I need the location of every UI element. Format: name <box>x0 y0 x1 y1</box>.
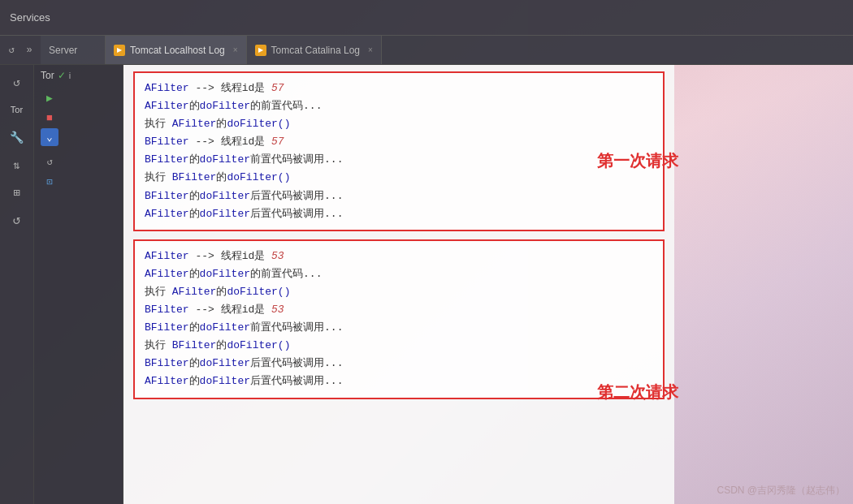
ctrl-row-1: ▶ <box>41 89 116 107</box>
annotation-second-request: 第二次请求 <box>597 381 678 403</box>
annotation-first-request: 第一次请求 <box>597 150 678 172</box>
tab-localhost-log[interactable]: ▶ Tomcat Localhost Log × <box>106 36 247 64</box>
log-line-1-4: BFilter --> 线程id是 57 <box>145 133 653 151</box>
log-line-2-4: BFilter --> 线程id是 53 <box>145 301 653 319</box>
tab-catalina-icon: ▶ <box>255 45 266 56</box>
log-line-2-8: AFilter的doFilter后置代码被调用... <box>145 373 653 390</box>
sidebar-refresh-btn[interactable]: ↺ <box>5 70 29 94</box>
restart-button[interactable]: ↺ <box>41 153 58 170</box>
log-line-1-7: BFilter的doFilter后置代码被调用... <box>145 187 653 205</box>
tor-label: Tor <box>11 105 23 114</box>
sidebar-item-tor[interactable]: Tor <box>5 97 29 122</box>
tab-server-label: Server <box>49 45 77 56</box>
server-name: Tor <box>41 70 54 81</box>
sidebar-refresh2-btn[interactable]: ↺ <box>5 208 29 232</box>
right-bg-area <box>674 65 853 504</box>
log-line-1-3: 执行 AFilter的doFilter() <box>145 115 653 133</box>
tab-controls: ↺ » <box>0 36 41 64</box>
stop-button[interactable]: ■ <box>41 109 58 127</box>
title-bar: Services <box>0 0 853 36</box>
ctrl-row-3: ⌄ <box>41 128 116 146</box>
dropdown-button[interactable]: ⌄ <box>41 128 58 146</box>
watermark: CSDN @吉冈秀隆（赵志伟） <box>717 484 845 498</box>
chevron-right-button[interactable]: » <box>21 42 37 58</box>
refresh-button[interactable]: ↺ <box>3 42 19 58</box>
ctrl-row-2: ■ <box>41 109 116 127</box>
tab-catalina-label: Tomcat Catalina Log <box>271 45 360 56</box>
main-content: ↺ Tor 🔧 ⇅ ⊞ ↺ Tor ✓ i ▶ ■ <box>0 65 853 504</box>
ide-window: Services ↺ » Server ▶ Tomcat Localhost L… <box>0 0 853 504</box>
server-checkmark: ✓ <box>58 70 66 81</box>
sidebar-arrow-btn[interactable]: ⇅ <box>5 153 29 177</box>
server-panel: Tor ✓ i ▶ ■ ⌄ ↺ ⊡ <box>34 65 123 504</box>
log-line-1-6: 执行 BFilter的doFilter() <box>145 169 653 187</box>
log-line-1-5: BFilter的doFilter前置代码被调用... <box>145 151 653 169</box>
log-line-2-1: AFilter --> 线程id是 53 <box>145 248 653 265</box>
title-text: Services <box>10 11 50 24</box>
log-line-2-3: 执行 AFilter的doFilter() <box>145 283 653 301</box>
log-line-2-2: AFilter的doFilter的前置代码... <box>145 265 653 283</box>
log-line-1-2: AFilter的doFilter的前置代码... <box>145 97 653 115</box>
tab-localhost-label: Tomcat Localhost Log <box>130 45 225 56</box>
deploy-button[interactable]: ⊡ <box>41 173 58 191</box>
server-status-dot: i <box>69 71 71 80</box>
log-line-2-5: BFilter的doFilter前置代码被调用... <box>145 319 653 337</box>
sidebar-settings-btn[interactable]: 🔧 <box>5 125 29 149</box>
sidebar-grid-btn[interactable]: ⊞ <box>5 180 29 205</box>
tab-localhost-close[interactable]: × <box>233 45 238 54</box>
tab-bar: ↺ » Server ▶ Tomcat Localhost Log × ▶ To… <box>0 36 853 65</box>
log-line-2-6: 执行 BFilter的doFilter() <box>145 337 653 355</box>
server-header: Tor ✓ i <box>34 65 123 86</box>
tab-catalina-close[interactable]: × <box>368 45 373 54</box>
tab-localhost-icon: ▶ <box>114 45 125 56</box>
run-button[interactable]: ▶ <box>41 89 58 107</box>
tab-catalina-log[interactable]: ▶ Tomcat Catalina Log × <box>247 36 382 64</box>
log-block-1: AFilter --> 线程id是 57 AFilter的doFilter的前置… <box>133 71 665 231</box>
log-line-2-7: BFilter的doFilter后置代码被调用... <box>145 355 653 373</box>
sidebar: ↺ Tor 🔧 ⇅ ⊞ ↺ <box>0 65 34 504</box>
server-controls: ▶ ■ ⌄ <box>34 86 123 149</box>
log-line-1-1: AFilter --> 线程id是 57 <box>145 80 653 97</box>
log-block-2: AFilter --> 线程id是 53 AFilter的doFilter的前置… <box>133 239 665 399</box>
server-actions: ↺ ⊡ <box>34 149 123 194</box>
tab-server[interactable]: Server <box>41 36 106 64</box>
log-line-1-8: AFilter的doFilter后置代码被调用... <box>145 205 653 223</box>
log-area[interactable]: AFilter --> 线程id是 57 AFilter的doFilter的前置… <box>123 65 674 504</box>
